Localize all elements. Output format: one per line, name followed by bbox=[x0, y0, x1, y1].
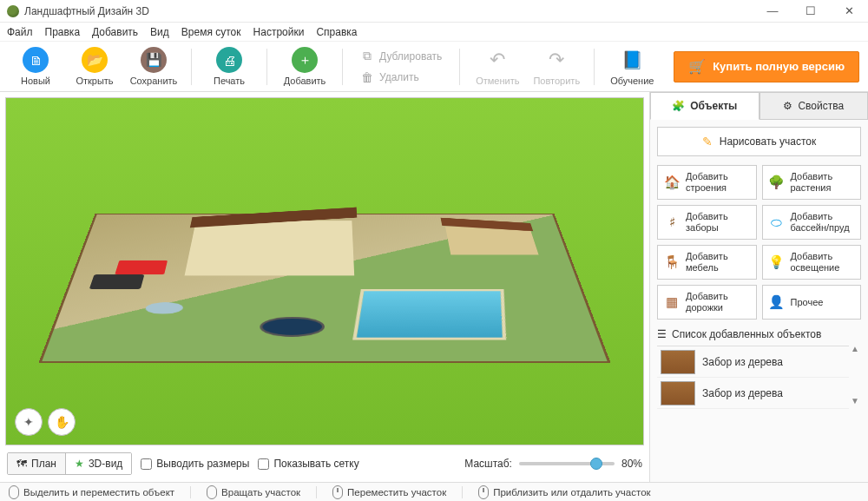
add-paths-button[interactable]: ▦Добавить дорожки bbox=[657, 285, 757, 320]
plus-icon: ＋ bbox=[292, 47, 318, 73]
scale-slider[interactable] bbox=[519, 462, 615, 465]
add-buildings-button[interactable]: 🏠Добавить строения bbox=[657, 165, 757, 200]
show-grid-checkbox[interactable]: Показывать сетку bbox=[258, 458, 358, 470]
menu-edit[interactable]: Правка bbox=[45, 26, 81, 38]
show-dimensions-checkbox[interactable]: Выводить размеры bbox=[141, 458, 249, 470]
add-fences-button[interactable]: ♯Добавить заборы bbox=[657, 205, 757, 240]
undo-icon: ↶ bbox=[484, 47, 510, 73]
menu-bar: Файл Правка Добавить Вид Время суток Нас… bbox=[0, 23, 868, 42]
menu-help[interactable]: Справка bbox=[316, 26, 357, 38]
redo-button[interactable]: ↷ Повторить bbox=[529, 47, 583, 86]
window-controls: — ☐ ✕ bbox=[753, 0, 868, 23]
scale-label: Масштаб: bbox=[464, 458, 512, 470]
delete-button[interactable]: 🗑 Удалить bbox=[353, 67, 449, 88]
add-furniture-button[interactable]: 🪑Добавить мебель bbox=[657, 245, 757, 280]
tab-objects[interactable]: 🧩 Объекты bbox=[650, 92, 760, 120]
menu-time[interactable]: Время суток bbox=[181, 26, 241, 38]
toolbar-separator bbox=[266, 49, 267, 85]
pool-icon: ⬭ bbox=[768, 214, 786, 231]
status-bar: Выделить и переместить объект Вращать уч… bbox=[0, 482, 868, 501]
status-rotate-label: Вращать участок bbox=[221, 487, 300, 498]
slider-thumb[interactable] bbox=[590, 458, 602, 470]
duplicate-button[interactable]: ⧉ Дублировать bbox=[353, 46, 449, 67]
undo-label: Отменить bbox=[476, 76, 519, 86]
save-label: Сохранить bbox=[130, 76, 178, 86]
tab-properties[interactable]: ⚙ Свойства bbox=[760, 92, 869, 120]
object-list-item[interactable]: Забор из дерева bbox=[657, 346, 849, 378]
object-name: Забор из дерева bbox=[702, 356, 783, 368]
redo-icon: ↷ bbox=[543, 47, 569, 73]
open-label: Открыть bbox=[76, 76, 113, 86]
pan-tool-button[interactable]: ✋ bbox=[48, 408, 76, 436]
status-select-label: Выделить и переместить объект bbox=[23, 487, 174, 498]
menu-settings[interactable]: Настройки bbox=[253, 26, 305, 38]
draw-plot-button[interactable]: ✎ Нарисовать участок bbox=[657, 127, 861, 156]
show-dimensions-label: Выводить размеры bbox=[156, 458, 249, 470]
add-other-button[interactable]: 👤Прочее bbox=[762, 285, 862, 320]
car-black-object bbox=[89, 274, 144, 289]
toolbar-separator bbox=[191, 49, 192, 85]
new-button[interactable]: 🗎 Новый bbox=[9, 47, 62, 86]
close-button[interactable]: ✕ bbox=[830, 0, 868, 23]
save-button[interactable]: 💾 Сохранить bbox=[127, 47, 181, 86]
status-separator bbox=[316, 486, 317, 498]
orbit-tool-button[interactable]: ✦ bbox=[15, 408, 43, 436]
menu-add[interactable]: Добавить bbox=[92, 26, 138, 38]
save-icon: 💾 bbox=[141, 47, 167, 73]
maximize-button[interactable]: ☐ bbox=[792, 0, 830, 23]
menu-file[interactable]: Файл bbox=[7, 26, 33, 38]
status-select: Выделить и переместить объект bbox=[9, 485, 174, 499]
3d-icon: ★ bbox=[75, 458, 84, 470]
trash-icon: 🗑 bbox=[360, 70, 374, 84]
undo-button[interactable]: ↶ Отменить bbox=[470, 47, 524, 86]
plot-ground bbox=[38, 214, 611, 364]
delete-label: Удалить bbox=[379, 71, 419, 83]
path-icon: ▦ bbox=[663, 293, 681, 311]
status-separator bbox=[462, 486, 463, 498]
menu-view[interactable]: Вид bbox=[150, 26, 169, 38]
cart-icon: 🛒 bbox=[688, 58, 706, 75]
show-grid-input[interactable] bbox=[258, 458, 269, 470]
print-label: Печать bbox=[214, 76, 245, 86]
tab-objects-label: Объекты bbox=[690, 100, 737, 112]
scale-value: 80% bbox=[621, 458, 642, 470]
view-mode-toggle: 🗺 План ★ 3D-вид bbox=[7, 452, 132, 475]
object-list-item[interactable]: Забор из дерева bbox=[657, 378, 849, 409]
main-toolbar: 🗎 Новый 📂 Открыть 💾 Сохранить 🖨 Печать ＋… bbox=[0, 42, 868, 92]
side-panel: 🧩 Объекты ⚙ Свойства ✎ Нарисовать участо… bbox=[649, 92, 868, 482]
cat-label: Добавить мебель bbox=[686, 251, 751, 273]
3d-canvas[interactable]: ✦ ✋ bbox=[5, 97, 644, 445]
fountain-object bbox=[145, 302, 184, 313]
lamp-icon: 💡 bbox=[768, 254, 786, 271]
gear-icon: ⚙ bbox=[783, 100, 792, 112]
minimize-button[interactable]: — bbox=[753, 0, 792, 23]
3d-view-button[interactable]: ★ 3D-вид bbox=[65, 453, 131, 474]
house-icon: 🏠 bbox=[663, 174, 681, 191]
gazebo-object bbox=[445, 227, 538, 255]
new-label: Новый bbox=[21, 76, 50, 86]
print-button[interactable]: 🖨 Печать bbox=[202, 47, 256, 86]
status-zoom: Приблизить или отдалить участок bbox=[478, 485, 650, 499]
show-dimensions-input[interactable] bbox=[141, 458, 152, 470]
duplicate-label: Дублировать bbox=[379, 50, 442, 63]
add-pool-button[interactable]: ⬭Добавить бассейн/пруд bbox=[762, 205, 862, 240]
mouse-middle-icon bbox=[332, 485, 343, 499]
open-button[interactable]: 📂 Открыть bbox=[68, 47, 122, 86]
status-move: Переместить участок bbox=[332, 485, 446, 499]
cat-label: Добавить строения bbox=[686, 171, 751, 193]
scroll-down-icon[interactable]: ▼ bbox=[851, 396, 859, 405]
plan-view-button[interactable]: 🗺 План bbox=[8, 453, 65, 474]
list-scrollbar[interactable]: ▲ ▼ bbox=[849, 340, 861, 409]
learn-button[interactable]: 📘 Обучение bbox=[605, 47, 659, 86]
object-thumbnail bbox=[661, 381, 695, 405]
add-plants-button[interactable]: 🌳Добавить растения bbox=[762, 165, 862, 200]
learn-label: Обучение bbox=[610, 76, 654, 86]
add-button[interactable]: ＋ Добавить bbox=[278, 47, 332, 86]
add-lighting-button[interactable]: 💡Добавить освещение bbox=[762, 245, 862, 280]
plan-icon: 🗺 bbox=[16, 458, 27, 470]
scroll-up-icon[interactable]: ▲ bbox=[851, 344, 859, 353]
buy-full-button[interactable]: 🛒 Купить полную версию bbox=[674, 51, 859, 82]
3d-label: 3D-вид bbox=[89, 458, 122, 470]
cat-label: Добавить бассейн/пруд bbox=[791, 211, 856, 233]
folder-icon: 📂 bbox=[82, 47, 108, 73]
